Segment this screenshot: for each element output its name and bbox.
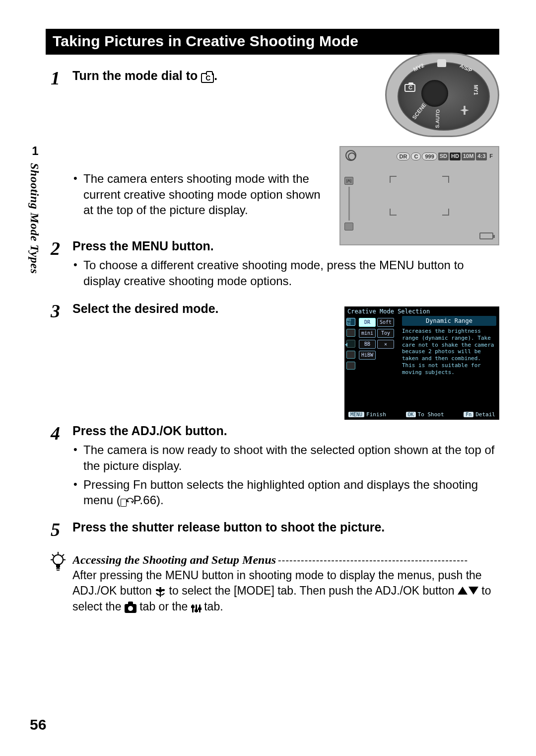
tip-heading: Accessing the Shooting and Setup Menus <box>72 552 276 568</box>
mode-cell-xprocess: ✕ <box>377 340 394 349</box>
lcd-sd-tag: SD <box>438 152 449 160</box>
lcd-focus-brackets <box>390 176 449 216</box>
menu-tab-mode: MO DE <box>346 318 355 326</box>
menu-tab-keycustom <box>346 340 355 348</box>
lcd-battery-icon <box>479 232 493 239</box>
dial-creative-icon: C <box>402 84 418 96</box>
mode-cell-mini: mini <box>359 329 376 338</box>
lcd-hd-tag: HD <box>450 152 461 160</box>
step-1-heading-post: . <box>214 69 217 82</box>
menu-side-tabs: MO DE <box>344 316 357 409</box>
tip-text-or: tab or the <box>136 600 191 613</box>
mode-cell-soft: Soft <box>377 318 394 327</box>
step-number-2: 2 <box>51 238 72 258</box>
mode-cell-dr: DR <box>359 318 376 327</box>
menu-tab-playback <box>346 362 355 370</box>
menu-desc-title: Dynamic Range <box>402 316 496 326</box>
step-4-bullet-2-post: ). <box>156 493 164 507</box>
step-5-heading: Press the shutter release button to shoo… <box>72 519 499 535</box>
menu-mode-grid: DR Soft mini Toy BB ✕ HiBW <box>357 316 399 409</box>
setup-tab-icon <box>191 604 201 613</box>
spacer <box>51 171 72 172</box>
mode-cell-toy: Toy <box>377 329 394 338</box>
lcd-dr-tag: DR <box>397 152 410 160</box>
mode-cell-bb: BB <box>359 340 376 349</box>
menu-footer-finish: Finish <box>366 411 386 418</box>
lcd-preview-figure: DR C 999 SD HD 10M 4:3 F [A] <box>339 146 499 245</box>
step-number-3: 3 <box>51 301 72 320</box>
menu-footer-fn-btn: Fn <box>464 412 473 417</box>
step-1-heading: Turn the mode dial to C. <box>72 68 370 84</box>
down-triangle-icon <box>469 587 478 595</box>
step-number-4: 4 <box>51 423 72 443</box>
side-section-label: 1 Shooting Mode Types <box>28 144 43 392</box>
camera-tab-icon <box>125 604 136 613</box>
svg-point-9 <box>156 589 159 591</box>
menu-tab-setup <box>346 351 355 359</box>
lcd-c-tag: C <box>411 152 421 160</box>
svg-point-10 <box>162 589 165 591</box>
lcd-leftbar-top: [A] <box>344 177 353 185</box>
step-4-bullet-2: Pressing Fn button selects the highlight… <box>72 477 499 508</box>
lcd-fine-tag: F <box>488 152 494 160</box>
svg-point-0 <box>53 555 63 565</box>
lcd-burst-icon <box>345 150 356 161</box>
menu-header: Creative Mode Selection <box>344 306 499 316</box>
step-number-1: 1 <box>51 68 72 87</box>
step-4-heading: Press the ADJ./OK button. <box>72 423 499 439</box>
dial-my1-label: MY1 <box>467 81 478 98</box>
lcd-count-tag: 999 <box>422 152 437 160</box>
menu-footer-to-shoot: To Shoot <box>418 411 444 418</box>
step-4-page-ref: P.66 <box>134 493 156 507</box>
step-1-bullet: The camera enters shooting mode with the… <box>72 171 331 218</box>
menu-tab-shooting <box>346 329 355 337</box>
svg-point-8 <box>159 589 162 592</box>
lcd-ratio-tag: 4:3 <box>476 152 487 160</box>
dial-hand-icon <box>433 59 450 71</box>
menu-desc-text: Increases the brightness range (dynamic … <box>402 328 496 376</box>
svg-point-11 <box>159 587 161 589</box>
lcd-ev-bar: [A] <box>344 177 353 231</box>
creative-mode-menu-figure: Creative Mode Selection MO DE DR Soft mi… <box>344 306 499 420</box>
page-reference-icon <box>121 498 134 507</box>
side-section-name: Shooting Mode Types <box>28 163 41 274</box>
step-2-bullet: To choose a different creative shooting … <box>72 257 499 289</box>
up-triangle-icon <box>458 587 468 595</box>
step-3-heading: Select the desired mode. <box>72 301 335 317</box>
lcd-size-tag: 10M <box>462 152 475 160</box>
dial-tool-icon <box>456 106 473 118</box>
menu-footer-ok-btn: OK <box>406 412 416 417</box>
svg-line-2 <box>52 554 54 556</box>
mode-dial-figure: C SCENE S.AUTO MY1 A/S/P MY2 <box>385 53 499 137</box>
lcd-leftbar-bot <box>344 223 353 230</box>
step-number-5: 5 <box>51 519 72 539</box>
tip-heading-dashes: ----------------------------------------… <box>276 554 499 567</box>
tip-text-post: tab. <box>201 600 223 613</box>
step-4-bullet-1: The camera is now ready to shoot with th… <box>72 442 499 473</box>
step-1-heading-pre: Turn the mode dial to <box>72 69 201 82</box>
section-title: Taking Pictures in Creative Shooting Mod… <box>46 29 499 55</box>
dial-sauto-label: S.AUTO <box>434 111 447 129</box>
page-number: 56 <box>30 716 46 733</box>
mode-cell-bw: HiBW <box>359 351 376 360</box>
menu-footer-detail: Detail <box>475 411 495 418</box>
tip-text-mid1: to select the [MODE] tab. Then push the … <box>166 584 458 597</box>
side-section-number: 1 <box>28 144 43 158</box>
menu-footer-menu-btn: MENU <box>348 412 364 417</box>
svg-line-3 <box>62 554 64 556</box>
macro-flower-icon <box>155 584 166 600</box>
creative-mode-dial-icon: C <box>201 73 214 83</box>
tip-text: After pressing the MENU button in shooti… <box>72 568 499 614</box>
tip-bulb-icon <box>51 552 72 574</box>
